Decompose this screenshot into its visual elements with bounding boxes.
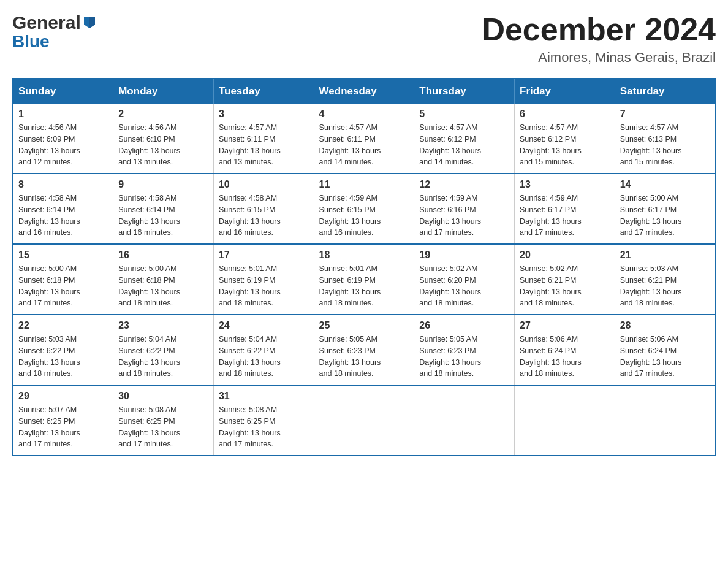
calendar-cell: 17Sunrise: 5:01 AMSunset: 6:19 PMDayligh…: [213, 244, 314, 315]
calendar-header-monday: Monday: [113, 79, 214, 104]
calendar-cell: 10Sunrise: 4:58 AMSunset: 6:15 PMDayligh…: [213, 174, 314, 244]
day-info: Sunrise: 5:02 AMSunset: 6:20 PMDaylight:…: [419, 263, 509, 309]
day-info: Sunrise: 4:59 AMSunset: 6:15 PMDaylight:…: [319, 193, 409, 239]
day-number: 19: [419, 250, 509, 261]
day-info: Sunrise: 5:00 AMSunset: 6:18 PMDaylight:…: [118, 263, 208, 309]
day-info: Sunrise: 4:57 AMSunset: 6:12 PMDaylight:…: [419, 122, 509, 168]
day-info: Sunrise: 5:03 AMSunset: 6:22 PMDaylight:…: [18, 334, 108, 380]
day-number: 23: [118, 320, 208, 331]
day-number: 3: [219, 109, 309, 120]
calendar-cell: 16Sunrise: 5:00 AMSunset: 6:18 PMDayligh…: [113, 244, 214, 315]
day-number: 26: [419, 320, 509, 331]
calendar-header-sunday: Sunday: [13, 79, 113, 104]
svg-marker-1: [89, 17, 95, 28]
day-number: 11: [319, 179, 409, 190]
calendar-cell: 30Sunrise: 5:08 AMSunset: 6:25 PMDayligh…: [113, 385, 214, 456]
page-header: General Blue December 2024 Aimores, Mina…: [12, 12, 716, 66]
day-number: 30: [118, 391, 208, 402]
day-info: Sunrise: 4:58 AMSunset: 6:14 PMDaylight:…: [18, 193, 108, 239]
calendar-cell: 29Sunrise: 5:07 AMSunset: 6:25 PMDayligh…: [13, 385, 113, 456]
day-number: 10: [219, 179, 309, 190]
calendar-cell: 4Sunrise: 4:57 AMSunset: 6:11 PMDaylight…: [314, 104, 414, 174]
calendar-header-row: SundayMondayTuesdayWednesdayThursdayFrid…: [13, 79, 715, 104]
day-info: Sunrise: 5:03 AMSunset: 6:21 PMDaylight:…: [620, 263, 710, 309]
calendar-cell: 26Sunrise: 5:05 AMSunset: 6:23 PMDayligh…: [414, 315, 515, 385]
day-number: 17: [219, 250, 309, 261]
day-number: 28: [620, 320, 710, 331]
day-info: Sunrise: 4:56 AMSunset: 6:10 PMDaylight:…: [118, 122, 208, 168]
calendar-cell: [314, 385, 414, 456]
calendar-header-friday: Friday: [515, 79, 615, 104]
day-info: Sunrise: 4:57 AMSunset: 6:13 PMDaylight:…: [620, 122, 710, 168]
day-number: 14: [620, 179, 710, 190]
day-info: Sunrise: 4:58 AMSunset: 6:14 PMDaylight:…: [118, 193, 208, 239]
calendar-cell: [515, 385, 615, 456]
day-number: 9: [118, 179, 208, 190]
day-info: Sunrise: 4:57 AMSunset: 6:11 PMDaylight:…: [219, 122, 309, 168]
day-info: Sunrise: 5:06 AMSunset: 6:24 PMDaylight:…: [520, 334, 610, 380]
day-info: Sunrise: 5:01 AMSunset: 6:19 PMDaylight:…: [219, 263, 309, 309]
day-number: 29: [18, 391, 108, 402]
month-title: December 2024: [482, 12, 716, 47]
day-number: 31: [219, 391, 309, 402]
calendar-cell: 19Sunrise: 5:02 AMSunset: 6:20 PMDayligh…: [414, 244, 515, 315]
day-number: 8: [18, 179, 108, 190]
logo-blue-text: Blue: [12, 32, 50, 51]
calendar-cell: 24Sunrise: 5:04 AMSunset: 6:22 PMDayligh…: [213, 315, 314, 385]
day-number: 13: [520, 179, 610, 190]
title-section: December 2024 Aimores, Minas Gerais, Bra…: [482, 12, 716, 66]
calendar-cell: 2Sunrise: 4:56 AMSunset: 6:10 PMDaylight…: [113, 104, 214, 174]
calendar-cell: 22Sunrise: 5:03 AMSunset: 6:22 PMDayligh…: [13, 315, 113, 385]
day-info: Sunrise: 4:59 AMSunset: 6:17 PMDaylight:…: [520, 193, 610, 239]
day-info: Sunrise: 5:00 AMSunset: 6:17 PMDaylight:…: [620, 193, 710, 239]
calendar-header-saturday: Saturday: [615, 79, 715, 104]
logo-general-text: General: [12, 12, 81, 33]
day-number: 5: [419, 109, 509, 120]
calendar-week-2: 8Sunrise: 4:58 AMSunset: 6:14 PMDaylight…: [13, 174, 715, 244]
day-number: 1: [18, 109, 108, 120]
calendar-cell: 27Sunrise: 5:06 AMSunset: 6:24 PMDayligh…: [515, 315, 615, 385]
day-info: Sunrise: 4:56 AMSunset: 6:09 PMDaylight:…: [18, 122, 108, 168]
day-info: Sunrise: 5:07 AMSunset: 6:25 PMDaylight:…: [18, 404, 108, 450]
day-number: 2: [118, 109, 208, 120]
day-info: Sunrise: 5:01 AMSunset: 6:19 PMDaylight:…: [319, 263, 409, 309]
day-number: 27: [520, 320, 610, 331]
calendar-cell: 5Sunrise: 4:57 AMSunset: 6:12 PMDaylight…: [414, 104, 515, 174]
day-info: Sunrise: 4:57 AMSunset: 6:12 PMDaylight:…: [520, 122, 610, 168]
day-number: 21: [620, 250, 710, 261]
day-number: 16: [118, 250, 208, 261]
calendar-week-3: 15Sunrise: 5:00 AMSunset: 6:18 PMDayligh…: [13, 244, 715, 315]
day-info: Sunrise: 5:05 AMSunset: 6:23 PMDaylight:…: [419, 334, 509, 380]
calendar-cell: [414, 385, 515, 456]
calendar-header-thursday: Thursday: [414, 79, 515, 104]
calendar-cell: 21Sunrise: 5:03 AMSunset: 6:21 PMDayligh…: [615, 244, 715, 315]
day-info: Sunrise: 5:04 AMSunset: 6:22 PMDaylight:…: [219, 334, 309, 380]
calendar-week-1: 1Sunrise: 4:56 AMSunset: 6:09 PMDaylight…: [13, 104, 715, 174]
day-number: 24: [219, 320, 309, 331]
day-number: 4: [319, 109, 409, 120]
day-number: 12: [419, 179, 509, 190]
calendar-cell: 12Sunrise: 4:59 AMSunset: 6:16 PMDayligh…: [414, 174, 515, 244]
calendar-cell: 11Sunrise: 4:59 AMSunset: 6:15 PMDayligh…: [314, 174, 414, 244]
day-number: 15: [18, 250, 108, 261]
day-number: 6: [520, 109, 610, 120]
day-info: Sunrise: 5:04 AMSunset: 6:22 PMDaylight:…: [118, 334, 208, 380]
day-number: 22: [18, 320, 108, 331]
day-info: Sunrise: 5:08 AMSunset: 6:25 PMDaylight:…: [118, 404, 208, 450]
calendar-cell: 8Sunrise: 4:58 AMSunset: 6:14 PMDaylight…: [13, 174, 113, 244]
calendar-cell: 25Sunrise: 5:05 AMSunset: 6:23 PMDayligh…: [314, 315, 414, 385]
logo: General Blue: [12, 12, 96, 50]
calendar-cell: 23Sunrise: 5:04 AMSunset: 6:22 PMDayligh…: [113, 315, 214, 385]
calendar-cell: 3Sunrise: 4:57 AMSunset: 6:11 PMDaylight…: [213, 104, 314, 174]
day-info: Sunrise: 5:08 AMSunset: 6:25 PMDaylight:…: [219, 404, 309, 450]
calendar-header-wednesday: Wednesday: [314, 79, 414, 104]
calendar-cell: 18Sunrise: 5:01 AMSunset: 6:19 PMDayligh…: [314, 244, 414, 315]
calendar-week-5: 29Sunrise: 5:07 AMSunset: 6:25 PMDayligh…: [13, 385, 715, 456]
day-info: Sunrise: 5:05 AMSunset: 6:23 PMDaylight:…: [319, 334, 409, 380]
location-text: Aimores, Minas Gerais, Brazil: [482, 50, 716, 66]
day-info: Sunrise: 5:06 AMSunset: 6:24 PMDaylight:…: [620, 334, 710, 380]
calendar-cell: 31Sunrise: 5:08 AMSunset: 6:25 PMDayligh…: [213, 385, 314, 456]
day-info: Sunrise: 4:58 AMSunset: 6:15 PMDaylight:…: [219, 193, 309, 239]
day-info: Sunrise: 5:00 AMSunset: 6:18 PMDaylight:…: [18, 263, 108, 309]
calendar-cell: [615, 385, 715, 456]
